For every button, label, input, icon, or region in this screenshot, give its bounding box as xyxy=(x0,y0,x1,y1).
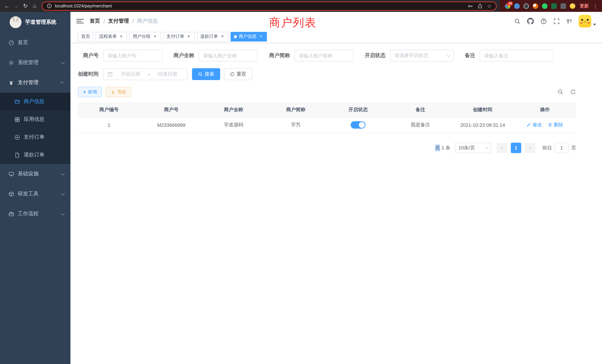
cell-short-name: 芋艿 xyxy=(265,117,327,133)
close-icon[interactable]: × xyxy=(152,34,158,39)
font-size-icon[interactable]: TT xyxy=(566,18,572,24)
close-icon[interactable]: × xyxy=(186,34,191,39)
status-toggle[interactable] xyxy=(351,121,366,129)
sidebar-item-label: 系统管理 xyxy=(18,59,39,66)
full-name-input[interactable] xyxy=(203,53,254,58)
active-dot xyxy=(234,35,237,38)
page-size-select[interactable]: 10条/页 xyxy=(455,142,491,153)
pagination-goto: 前往 页 xyxy=(542,142,576,153)
search-button[interactable]: 搜索 xyxy=(192,68,220,80)
user-menu[interactable] xyxy=(579,15,596,27)
status-select[interactable]: 请选择开启状态 xyxy=(390,50,454,62)
short-name-input[interactable] xyxy=(299,53,349,58)
extension-icon[interactable] xyxy=(533,3,538,9)
url-bar[interactable]: localhost:1024/pay/merchant ☆ xyxy=(42,1,497,11)
sidebar-item-refund-order[interactable]: 退款订单 xyxy=(0,146,70,164)
sidebar-item-infrastructure[interactable]: 基础设施 xyxy=(0,164,70,184)
breadcrumb-home[interactable]: 首页 xyxy=(90,18,100,24)
sidebar-item-workflow[interactable]: 工作流程 xyxy=(0,204,70,224)
cell-status xyxy=(327,117,389,133)
sidebar-item-pay-order[interactable]: 支付订单 xyxy=(0,128,70,146)
sidebar-item-merchant-info[interactable]: 商户信息 xyxy=(0,93,70,110)
add-button-label: 新增 xyxy=(88,89,97,95)
edit-link[interactable]: 修改 xyxy=(526,122,542,128)
sidebar-item-devtools[interactable]: 研发工具 xyxy=(0,184,70,204)
tab-label: 商户信息 xyxy=(239,33,257,40)
plus-icon: + xyxy=(83,89,86,95)
tab-refund-order[interactable]: 退款订单 × xyxy=(197,32,228,41)
reload-icon[interactable]: ↻ xyxy=(21,0,30,12)
navbar-actions: TT xyxy=(514,15,596,27)
annotation-merchant-list: 商户列表 xyxy=(269,15,317,30)
dashboard-icon xyxy=(8,40,14,45)
refund-doc-icon xyxy=(14,152,20,158)
next-page-button[interactable]: › xyxy=(525,142,535,153)
goto-label: 前往 xyxy=(542,144,552,151)
sidebar-item-home[interactable]: 首页 xyxy=(0,33,70,53)
share-icon[interactable] xyxy=(478,3,483,9)
prev-page-button[interactable]: ‹ xyxy=(497,142,507,153)
reset-button[interactable]: 重置 xyxy=(224,68,252,80)
browser-update-button[interactable]: 更新 xyxy=(580,3,589,9)
breadcrumb-payment[interactable]: 支付管理 xyxy=(108,18,129,24)
github-icon[interactable] xyxy=(527,18,534,24)
goto-page-input[interactable] xyxy=(555,142,569,153)
sidebar-item-system[interactable]: 系统管理 xyxy=(0,53,70,73)
page-number-button[interactable]: 1 xyxy=(511,142,521,153)
chevron-up-icon xyxy=(60,81,64,85)
back-icon[interactable]: ← xyxy=(2,0,11,12)
home-icon[interactable]: ⌂ xyxy=(30,0,39,12)
tab-process-form[interactable]: 流程表单 × xyxy=(96,32,127,41)
toggle-search-icon[interactable] xyxy=(558,89,563,95)
tab-user-group[interactable]: 用户分组 × xyxy=(129,32,161,41)
remark-input[interactable] xyxy=(484,53,549,58)
extension-icon[interactable]: 10 xyxy=(505,3,510,9)
info-icon[interactable] xyxy=(47,3,52,9)
extension-icon[interactable] xyxy=(570,3,575,9)
search-icon[interactable] xyxy=(514,18,520,24)
cell-merchant-no: M233666999 xyxy=(140,117,202,133)
export-button[interactable]: 导出 xyxy=(106,87,131,97)
close-icon[interactable]: × xyxy=(258,34,264,39)
forward-icon[interactable]: → xyxy=(11,0,21,12)
merchant-no-input[interactable] xyxy=(108,53,158,58)
add-button[interactable]: + 新增 xyxy=(78,87,102,97)
chevron-down-icon xyxy=(61,192,65,195)
extension-icon[interactable] xyxy=(523,3,529,9)
hamburger-icon[interactable] xyxy=(76,19,84,23)
table-toolbar: + 新增 导出 xyxy=(78,87,576,97)
extension-icon[interactable] xyxy=(551,3,557,9)
close-icon[interactable]: × xyxy=(220,34,225,39)
sidebar-item-app-info[interactable]: 应用信息 xyxy=(0,110,70,128)
tab-pay-order[interactable]: 支付订单 × xyxy=(163,32,195,41)
app-logo[interactable]: 芋道管理系统 xyxy=(0,12,70,33)
sidebar-item-payment[interactable]: ¥ 支付管理 xyxy=(0,73,70,93)
browser-menu-icon[interactable]: ⋮ xyxy=(592,3,598,9)
create-time-range-picker[interactable]: 开始日期 - 结束日期 xyxy=(103,68,188,80)
short-name-input-wrap xyxy=(294,50,354,62)
status-select-placeholder: 请选择开启状态 xyxy=(394,52,428,59)
merchant-no-input-wrap xyxy=(103,50,162,62)
calendar-icon xyxy=(108,72,113,77)
tab-merchant-info[interactable]: 商户信息 × xyxy=(231,32,267,41)
sidebar-item-label: 基础设施 xyxy=(18,171,39,177)
sidebar-item-label: 工作流程 xyxy=(18,211,39,217)
close-icon[interactable]: × xyxy=(119,34,124,39)
payment-submenu: 商户信息 应用信息 支付订单 xyxy=(0,93,70,164)
extension-icon[interactable] xyxy=(560,3,566,9)
help-icon[interactable] xyxy=(540,18,547,24)
extension-icon[interactable] xyxy=(542,3,548,9)
cell-merchant-id: 1 xyxy=(78,117,140,133)
sidebar-item-label: 商户信息 xyxy=(24,98,44,105)
fullscreen-icon[interactable] xyxy=(553,18,559,24)
sidebar-item-label: 支付订单 xyxy=(24,134,44,140)
password-key-icon[interactable] xyxy=(468,3,473,9)
main-area: 首页 / 支付管理 / 商户信息 商户列表 xyxy=(70,12,602,364)
refresh-icon[interactable] xyxy=(570,89,576,95)
bookmark-star-icon[interactable]: ☆ xyxy=(487,3,492,9)
caret-down-icon xyxy=(593,24,596,26)
download-icon xyxy=(111,90,115,94)
delete-link[interactable]: 删除 xyxy=(548,122,563,128)
tab-home[interactable]: 首页 xyxy=(78,32,93,41)
extension-icon[interactable] xyxy=(514,3,520,9)
